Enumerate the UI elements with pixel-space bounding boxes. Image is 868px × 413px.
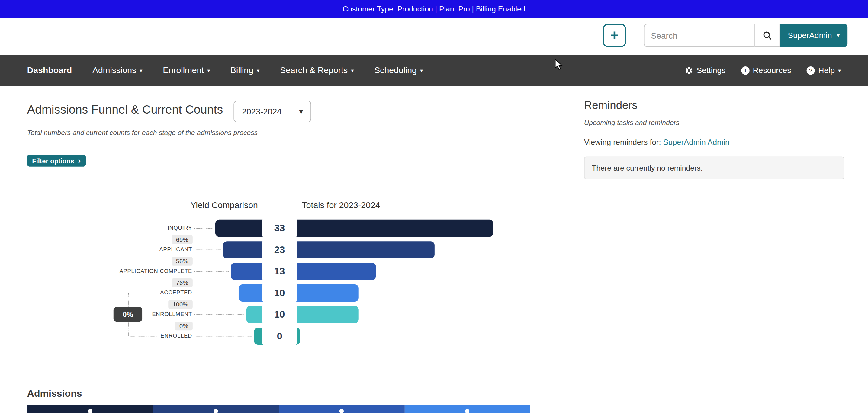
funnel-leader-line xyxy=(194,293,236,293)
admissions-marker-dot xyxy=(88,409,92,413)
admissions-marker-dot xyxy=(339,409,344,413)
admissions-section-title: Admissions xyxy=(27,388,82,400)
funnel-count-value: 10 xyxy=(262,305,297,324)
reminders-user-link[interactable]: SuperAdmin Admin xyxy=(663,138,730,147)
funnel-stage-label: APPLICATION COMPLETE xyxy=(0,268,192,274)
funnel-yield-badge: 56% xyxy=(172,257,193,265)
reminders-subtitle: Upcoming tasks and reminders xyxy=(584,119,680,127)
funnel-bar-accepted xyxy=(239,284,359,301)
reminders-viewing-label: Viewing reminders for: xyxy=(584,138,661,147)
funnel-count-value: 13 xyxy=(262,262,297,281)
reminders-title: Reminders xyxy=(584,99,638,112)
funnel-bar-inquiry xyxy=(215,220,493,237)
funnel-yield-badge: 0% xyxy=(175,321,192,330)
funnel-stage-label: ENROLLMENT xyxy=(0,311,192,317)
funnel-bar-application-complete xyxy=(231,263,376,280)
admissions-marker-dot xyxy=(465,409,470,413)
funnel-left-header: Yield Comparison xyxy=(169,200,280,211)
funnel-stage-label: ACCEPTED xyxy=(0,289,192,295)
funnel-right-header: Totals for 2023-2024 xyxy=(286,200,397,211)
admissions-progress-bar xyxy=(27,405,530,413)
funnel-yield-badge: 76% xyxy=(172,278,193,287)
funnel-leader-line xyxy=(194,336,252,337)
funnel-bar-applicant xyxy=(223,241,435,258)
funnel-yield-badge: 100% xyxy=(168,300,193,309)
funnel-leader-line xyxy=(194,314,244,315)
admissions-marker-dot xyxy=(214,409,218,413)
reminders-empty-message: There are currently no reminders. xyxy=(592,164,703,172)
funnel-stage-label: INQUIRY xyxy=(0,225,192,231)
funnel-stage-label: ENROLLED xyxy=(0,333,192,339)
funnel-count-value: 23 xyxy=(262,240,297,259)
funnel-yield-badge: 69% xyxy=(172,235,193,244)
funnel-count-value: 33 xyxy=(262,219,297,237)
funnel-leader-line xyxy=(194,250,221,250)
funnel-leader-line xyxy=(194,228,213,228)
funnel-stage-label: APPLICANT xyxy=(0,246,192,252)
reminders-viewing: Viewing reminders for: SuperAdmin Admin xyxy=(584,138,730,147)
funnel-count-value: 0 xyxy=(262,326,297,345)
funnel-count-value: 10 xyxy=(262,283,297,302)
funnel-chart: Yield Comparison Totals for 2023-2024 0%… xyxy=(0,0,868,413)
app: Customer Type: Production | Plan: Pro | … xyxy=(0,0,868,413)
funnel-leader-line xyxy=(194,271,229,272)
reminders-empty-box: There are currently no reminders. xyxy=(584,157,844,179)
